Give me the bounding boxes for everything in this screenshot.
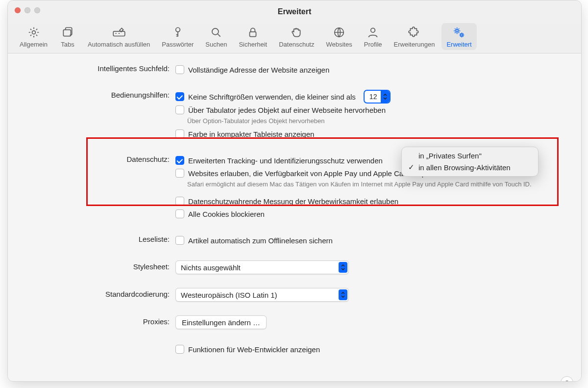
zoom-window-button[interactable] <box>34 7 40 13</box>
profile-icon <box>365 25 381 40</box>
popup-option-label: in allen Browsing-Aktivitäten <box>418 163 511 172</box>
section-label-smart-search: Intelligentes Suchfeld: <box>23 63 175 73</box>
checkbox-label: Farbe in kompakter Tableiste anzeigen <box>188 130 314 138</box>
tab-label: Automatisch ausfüllen <box>88 41 150 48</box>
popup-option-label: in „Privates Surfen" <box>418 152 482 160</box>
checkbox-label: Vollständige Adresse der Website anzeige… <box>188 66 329 74</box>
tabs-icon <box>59 25 76 40</box>
gear-icon <box>25 25 42 40</box>
hand-icon <box>288 25 305 40</box>
traffic-lights <box>15 7 40 13</box>
checkbox-block-all-cookies[interactable] <box>175 209 184 218</box>
button-label: Einstellungen ändern … <box>182 318 260 327</box>
pencil-icon <box>111 25 127 40</box>
chevron-updown-icon <box>339 289 347 300</box>
help-button[interactable]: ? <box>561 376 573 382</box>
lock-icon <box>245 25 261 40</box>
select-value: Westeuropäisch (ISO Latin 1) <box>176 291 282 299</box>
svg-rect-1 <box>63 30 71 36</box>
tab-label: Profile <box>364 41 382 48</box>
svg-point-0 <box>32 31 35 34</box>
note-tab-highlight: Über Option-Tabulator jedes Objekt hervo… <box>175 117 566 125</box>
section-label-encoding: Standardcodierung: <box>23 288 175 298</box>
tab-security[interactable]: Sicherheit <box>234 23 272 50</box>
select-value: Nichts ausgewählt <box>176 263 245 272</box>
chevron-updown-icon <box>339 262 347 273</box>
preferences-toolbar: Allgemein Tabs Automatisch ausfüllen Pas… <box>8 23 581 53</box>
checkbox-label: Über Tabulator jedes Objekt auf einer We… <box>188 106 386 114</box>
tab-label: Erweitert <box>446 41 471 48</box>
checkbox-ad-measurement[interactable] <box>175 197 184 206</box>
checkbox-tab-highlight[interactable] <box>175 105 184 114</box>
checkbox-compact-tab-color[interactable] <box>175 129 184 138</box>
tab-privacy[interactable]: Datenschutz <box>274 23 319 50</box>
svg-point-7 <box>371 28 375 32</box>
min-font-size-stepper[interactable]: 12 <box>364 90 391 103</box>
checkbox-label: Datenschutzwahrende Messung der Werbewir… <box>188 197 398 206</box>
checkbox-label: Erweiterten Tracking- und Identifizierun… <box>188 156 383 165</box>
tracking-scope-popup: in „Privates Surfen" ✓ in allen Browsing… <box>401 147 539 177</box>
section-label-reading-list: Leseliste: <box>23 234 175 243</box>
checkbox-min-font-size[interactable] <box>175 92 184 101</box>
tab-general[interactable]: Allgemein <box>15 23 52 50</box>
svg-rect-5 <box>250 32 256 37</box>
close-window-button[interactable] <box>15 7 21 13</box>
checkbox-label: Artikel automatisch zum Offlinelesen sic… <box>188 236 333 245</box>
tab-label: Suchen <box>205 41 227 48</box>
minimize-window-button[interactable] <box>24 7 30 13</box>
stylesheet-select[interactable]: Nichts ausgewählt <box>175 260 349 274</box>
proxies-settings-button[interactable]: Einstellungen ändern … <box>175 315 267 329</box>
tab-extensions[interactable]: Erweiterungen <box>389 23 440 50</box>
tab-label: Allgemein <box>20 41 48 48</box>
encoding-select[interactable]: Westeuropäisch (ISO Latin 1) <box>175 288 349 302</box>
stepper-value: 12 <box>365 93 381 101</box>
tab-label: Datenschutz <box>279 41 314 48</box>
tab-passwords[interactable]: Passwörter <box>157 23 198 50</box>
titlebar: Erweitert <box>8 0 581 23</box>
key-icon <box>170 25 186 40</box>
checkbox-label: Alle Cookies blockieren <box>188 210 265 218</box>
svg-point-9 <box>461 34 463 36</box>
globe-icon <box>331 25 347 40</box>
tab-profiles[interactable]: Profile <box>359 23 387 50</box>
svg-point-4 <box>212 28 219 35</box>
tab-advanced[interactable]: Erweitert <box>441 23 476 50</box>
checkbox-developer-features[interactable] <box>175 345 184 354</box>
gears-icon <box>451 25 467 40</box>
checkbox-tracking-protection[interactable] <box>175 156 184 165</box>
checkbox-apple-pay-check[interactable] <box>175 169 184 178</box>
tab-autofill[interactable]: Automatisch ausfüllen <box>83 23 155 50</box>
checkmark-icon: ✓ <box>407 163 416 172</box>
note-apple-pay: Safari ermöglicht auf diesem Mac das Tät… <box>175 181 560 188</box>
tab-label: Erweiterungen <box>394 41 435 48</box>
tab-websites[interactable]: Websites <box>321 23 357 50</box>
checkbox-show-full-address[interactable] <box>175 65 184 74</box>
chevron-updown-icon <box>381 91 390 103</box>
tab-label: Tabs <box>61 41 74 48</box>
section-label-accessibility: Bedienungshilfen: <box>23 90 175 99</box>
popup-option-private-browsing[interactable]: in „Privates Surfen" <box>402 150 538 161</box>
checkbox-label: Keine Schriftgrößen verwenden, die klein… <box>188 93 356 101</box>
search-icon <box>208 25 224 40</box>
svg-point-3 <box>175 27 180 32</box>
preferences-content: Intelligentes Suchfeld: Vollständige Adr… <box>8 53 581 382</box>
popup-option-all-browsing[interactable]: ✓ in allen Browsing-Aktivitäten <box>402 161 538 173</box>
tab-label: Passwörter <box>162 41 194 48</box>
tab-label: Websites <box>326 41 352 48</box>
svg-point-8 <box>456 29 458 32</box>
tab-tabs[interactable]: Tabs <box>54 23 81 50</box>
help-label: ? <box>565 379 569 382</box>
checkbox-reading-offline[interactable] <box>175 236 184 245</box>
section-label-privacy: Datenschutz: <box>23 154 175 163</box>
preferences-window: Erweitert Allgemein Tabs Automatisc <box>7 0 582 382</box>
puzzle-icon <box>406 25 422 40</box>
checkbox-label: Funktionen für Web-Entwickler anzeigen <box>188 345 320 354</box>
window-title: Erweitert <box>278 7 311 16</box>
section-label-stylesheet: Stylesheet: <box>23 260 175 271</box>
tab-search[interactable]: Suchen <box>200 23 232 50</box>
tab-label: Sicherheit <box>239 41 267 48</box>
section-label-proxies: Proxies: <box>23 315 175 326</box>
